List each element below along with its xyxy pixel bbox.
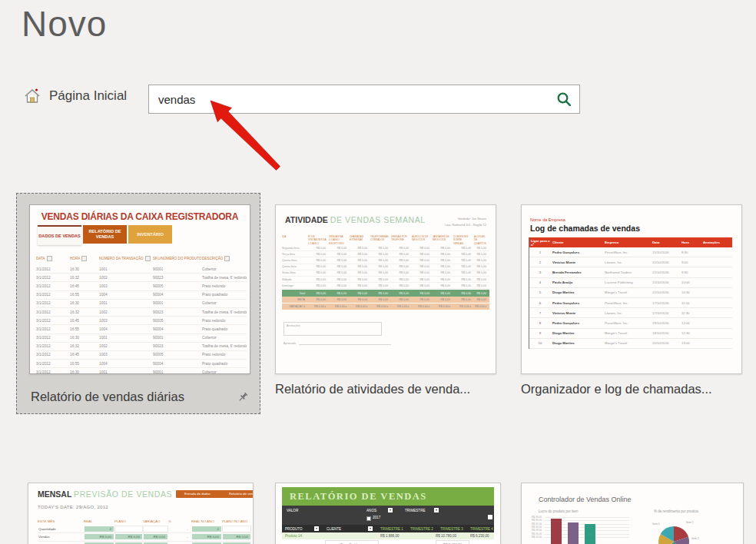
table-row: 2Vinicius MonteLitware, Inc.15/10/20169:… (529, 257, 732, 267)
tab-inventario: INVENTÁRIO (128, 225, 172, 244)
thumb-meta: Vendedor: Joe Sloane Loja: Redmond 101 -… (445, 217, 486, 228)
mini-table-header: PRODUTO ▾ CLIENTE ▾ TRIMESTRE 1 TRIMESTR… (282, 525, 494, 532)
home-nav[interactable]: Página Inicial (23, 88, 127, 104)
search-input[interactable] (149, 93, 549, 106)
table-row: SábadoR$ 0,00R$ 0,00R$ 0,00R$ 0,00R$ 0,0… (282, 277, 489, 283)
template-thumbnail-weekly-activity[interactable]: ATIVIDADE DE VENDAS SEMANAL Vendedor: Jo… (275, 204, 496, 374)
table-row: Quantidade2-2 (38, 526, 251, 533)
table-row: 3/1/201216:32100290023Toalha de mesa, 6'… (36, 343, 247, 351)
pie-chart-title: % de rendimento por produto (654, 509, 698, 513)
template-tile-daily-sales-report[interactable]: VENDAS DIÁRIAS DA CAIXA REGISTRADORA DAD… (16, 193, 260, 414)
template-thumbnail-sales-report[interactable]: RELATÓRIO DE VENDAS VALOR ANOS ▾ TRIMEST… (275, 483, 501, 544)
template-thumbnail-online-sales-tracker[interactable]: Controlador de Vendas Online Lucro do pr… (521, 483, 744, 544)
pie-label-item2: Item 2 (691, 537, 699, 540)
table-row: Sexta-feiraR$ 0,00R$ 0,00R$ 0,00R$ 0,00R… (282, 270, 489, 277)
table-row: Quinta-feiraR$ 0,00R$ 0,00R$ 0,00R$ 0,00… (282, 264, 489, 270)
bar-chart (545, 517, 629, 544)
cliente-filter-icon: ▾ (368, 526, 373, 531)
banner-title: RELATÓRIO DE VENDAS (282, 487, 494, 506)
thumb-title: Log de chamadas de vendas (530, 224, 640, 233)
template-caption: Relatório de atividades de venda... (275, 382, 496, 396)
template-thumbnail-call-log[interactable]: Nome da Empresa Log de chamadas de venda… (521, 204, 742, 374)
mini-table-header: ESTE MÊSREALPLANOVARIAÇÃO%REAL NO ANOPLA… (38, 519, 251, 523)
table-row: Produto 14 R$ 1.886,00 R$ 10.780,00 R$ 6… (282, 532, 494, 539)
table-row: DomingoR$ 0,00R$ 0,00R$ 0,00R$ 0,00R$ 0,… (282, 283, 489, 289)
table-row: 3/1/201216:55100490004Prato quadrado (36, 291, 247, 300)
table-row: Terça-feiraR$ 0,00R$ 0,00R$ 0,00R$ 0,00R… (282, 251, 489, 257)
notes-box: Anotações (284, 322, 382, 336)
table-row: Quarta-feiraR$ 0,00R$ 0,00R$ 0,00R$ 0,00… (282, 257, 489, 264)
mini-table-rows: Quantidade2-2 VendasR$ 0,00R$ 0,00R$ 0,0… (38, 526, 251, 544)
filter-bar: VALOR ANOS ▾ TRIMESTRE ▾ 2017 (282, 506, 494, 525)
template-thumbnail-daily-sales[interactable]: VENDAS DIÁRIAS DA CAIXA REGISTRADORA DAD… (29, 204, 250, 374)
valor-label: VALOR (287, 509, 298, 512)
table-row: 3Brenda FernandesNorthwind Traders15/10/… (529, 267, 732, 277)
table-row: 3/1/201216:45100390005Prato redondo (36, 282, 247, 290)
total-row: TotalR$ 0,00R$ 0,00R$ 0,00R$ 0,00R$ 0,00… (282, 290, 489, 297)
tab-relatorio-de-vendas: RELATÓRIO DE VENDAS (83, 225, 127, 244)
template-caption: Relatório de vendas diárias (31, 390, 229, 404)
table-row: 5Diogo MartinsMargie's Travel15/10/20161… (529, 288, 732, 298)
excel-new-template-screen: Novo Página Inicial VENDAS DIÁRIAS DA CA… (0, 0, 756, 544)
trimestre-label: TRIMESTRE (405, 509, 426, 512)
thumb-title: MENSAL PREVISÃO DE VENDAS (38, 489, 172, 499)
mini-table: DIANº DE VISITANTES DA LOJA/DO ESCRITÓRI… (282, 235, 489, 297)
bar-1 (551, 519, 562, 544)
table-row: 3/1/201216:32100290023Toalha de mesa, 6'… (36, 274, 247, 282)
table-row: ReceitasR$ 0,00R$ 0,00R$ 0,00-R$ 0,00R$ … (38, 542, 251, 544)
company-name: Nome da Empresa (530, 217, 565, 222)
thumb-title: ATIVIDADE DE VENDAS SEMANAL (285, 215, 426, 224)
table-row: 3/1/201216:45100390005Prato redondo (36, 351, 247, 360)
table-row: Rose Da Veyra R$ 5.498,50 (282, 539, 494, 544)
approved-line: Aprovado (284, 342, 391, 345)
year-checkbox (366, 516, 371, 521)
sales-report-button: Relatório de vendas (217, 490, 254, 498)
trimestre-dropdown-icon: ▾ (434, 508, 439, 512)
pie-label-item1: Item 1 (686, 521, 694, 524)
produto-filter-icon: ▾ (314, 526, 319, 531)
cliente-label: CLIENTE (327, 527, 341, 531)
table-row: 9Diogo MartinsMargie's Travel19/10/20161… (529, 329, 732, 339)
produto-label: PRODUTO (285, 527, 302, 531)
table-row: 3/1/201216:30100190001Cobertor (36, 368, 247, 374)
thumb-title: VENDAS DIÁRIAS DA CAIXA REGISTRADORA (30, 211, 250, 222)
home-label: Página Inicial (49, 88, 127, 104)
table-row: 3/1/201216:55100490004Prato quadrado (36, 325, 247, 333)
table-row: 3/1/201216:30100190001Cobertor (36, 334, 247, 343)
table-row: 6Pedro GonçalvesProseWare, Inc.17/10/201… (529, 298, 732, 308)
bar-chart-y-axis: R$ 36,00R$ 34,00R$ 32,00R$ 30,00R$ 28,00… (529, 516, 542, 539)
goal-row: METAR$ 0,00R$ 0,00R$ 0,00R$ 0,00R$ 0,00R… (282, 297, 489, 303)
page-title: Novo (22, 3, 107, 45)
mini-table: Ligar para o nºClienteEmpresaDataHoraAno… (529, 237, 732, 349)
table-row: 3/1/201216:32100290023Toalha de mesa, 6'… (36, 308, 247, 317)
table-row: Segunda-feiraR$ 0,00R$ 0,00R$ 0,00R$ 0,0… (282, 245, 489, 251)
table-row: VendasR$ 0,00R$ 0,00R$ 0,00-R$ 0,00R$ 0,… (38, 533, 251, 541)
anos-dropdown-icon: ▾ (388, 508, 393, 512)
thumb-tabs: DADOS DE VENDAS RELATÓRIO DE VENDAS INVE… (38, 225, 172, 245)
year-label: 2017 (373, 516, 380, 519)
pie-chart: Item 5 Item 1 Item 2 (651, 516, 720, 544)
variance-row: VARIAÇÃOR$ 0,00R$ 0,00R$ 0,00R$ 0,00R$ 0… (282, 304, 489, 310)
mini-table-rows: 3/1/201216:30100190001Cobertor 3/1/20121… (36, 265, 247, 374)
table-row: 8Pedro GonçalvesProseWare, Inc.19/10/201… (529, 318, 732, 328)
search-box[interactable] (148, 85, 580, 114)
bar-2 (568, 522, 579, 544)
pin-icon[interactable] (236, 391, 249, 404)
pie-label-item5: Item 5 (652, 522, 660, 526)
bar-chart-title: Lucro do produto por item (539, 509, 579, 513)
table-row: 3/1/201216:30100190001Cobertor (36, 265, 247, 274)
tab-dados-de-vendas: DADOS DE VENDAS (38, 225, 81, 245)
template-caption: Organizador e log de chamadas... (521, 382, 742, 396)
anos-label: ANOS (366, 509, 376, 512)
table-row: 3/1/201216:55100490004Prato quadrado (36, 360, 247, 368)
bar-3 (585, 524, 595, 544)
thumb-title: Controlador de Vendas Online (539, 496, 632, 503)
table-row: 10Diogo MartinsMargie's Travel20/10/2016… (529, 339, 732, 349)
scroll-box (488, 515, 492, 519)
search-icon[interactable] (549, 85, 579, 113)
table-row: 7Vinicius MonteLitware, Inc.17/10/201611… (529, 308, 732, 318)
mini-table-header: DATAHORANÚMERO DA TRANSAÇÃOSKU/NÚMERO DO… (36, 256, 247, 261)
table-row: 3/1/201216:45100390005Prato redondo (36, 317, 247, 325)
table-row: 1Pedro GonçalvesProseWare, Inc.15/10/201… (529, 247, 732, 257)
template-thumbnail-monthly-forecast[interactable]: MENSAL PREVISÃO DE VENDAS Entrada de dad… (28, 483, 254, 544)
